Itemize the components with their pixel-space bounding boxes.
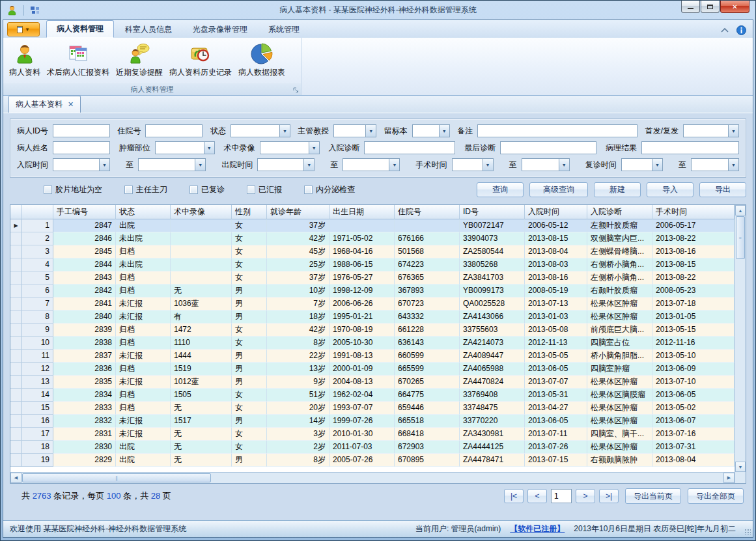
grid-cell[interactable]: 右颞叶胶质瘤 (587, 284, 652, 298)
combo-value[interactable] (53, 158, 99, 171)
grid-cell[interactable]: 2006-05-12 (525, 219, 587, 232)
grid-cell[interactable]: 1472 (171, 324, 232, 337)
grid-cell[interactable]: 未汇报 (116, 376, 171, 389)
grid-cell[interactable]: 松果体区肿瘤 (587, 415, 652, 428)
grid-cell[interactable]: 2840 (53, 311, 116, 324)
grid-column-header[interactable]: 住院号 (395, 205, 460, 219)
grid-cell[interactable]: 1519 (171, 363, 232, 376)
maximize-button[interactable] (701, 1, 720, 13)
checkbox-item-1[interactable]: 胶片地址为空 (44, 184, 102, 195)
grid-cell[interactable]: ZA4089447 (460, 350, 525, 363)
filter-combo[interactable]: ▼ (260, 141, 320, 154)
filter-input[interactable] (641, 141, 739, 154)
action-button-1[interactable]: 查询 (477, 182, 524, 197)
grid-cell[interactable]: 2013-05-02 (652, 402, 735, 415)
grid-cell[interactable]: 2829 (53, 454, 116, 467)
grid-cell[interactable]: 2013-06-05 (525, 415, 587, 428)
grid-cell[interactable]: 33748475 (460, 402, 525, 415)
combo-value[interactable] (343, 158, 389, 171)
grid-cell[interactable]: 2013-08-04 (525, 245, 587, 258)
chevron-down-icon[interactable]: ▼ (728, 124, 739, 137)
grid-cell[interactable]: 归档 (116, 245, 171, 258)
chevron-down-icon[interactable]: ▼ (365, 124, 376, 137)
filter-input[interactable] (500, 141, 596, 154)
grid-cell[interactable]: 2004-08-13 (329, 376, 395, 389)
table-row[interactable]: 92839归档1472女42岁1970-08-19661228337556032… (10, 324, 735, 337)
grid-cell[interactable]: 2013-05-05 (525, 350, 587, 363)
grid-cell[interactable]: 7岁 (267, 298, 329, 311)
grid-cell[interactable]: 女 (232, 245, 267, 258)
chevron-down-icon[interactable]: ▼ (204, 141, 215, 154)
table-row[interactable]: 22846未出院女42岁1971-05-02676166339040732013… (10, 232, 735, 245)
grid-cell[interactable] (329, 219, 395, 232)
grid-cell[interactable]: 男 (232, 284, 267, 298)
grid-cell[interactable]: 松果体区肿瘤 (587, 402, 652, 415)
ribbon-button-2[interactable]: 术后病人汇报资料 (44, 39, 113, 83)
grid-cell[interactable]: 670265 (395, 376, 460, 389)
grid-cell[interactable]: 归档 (116, 389, 171, 402)
grid-cell[interactable]: 2836 (53, 363, 116, 376)
grid-cell[interactable]: 2838 (53, 337, 116, 350)
grid-cell[interactable]: 8岁 (267, 454, 329, 467)
action-button-2[interactable]: 高级查询 (529, 182, 588, 197)
info-icon[interactable] (736, 25, 746, 35)
grid-cell[interactable]: 女 (232, 271, 267, 284)
table-row[interactable]: 52843归档女37岁1976-05-27676365ZA38417032013… (10, 271, 735, 284)
grid-cell[interactable]: 367893 (395, 284, 460, 298)
chevron-down-icon[interactable]: ▼ (303, 158, 315, 171)
grid-cell[interactable]: 2岁 (267, 441, 329, 454)
grid-cell[interactable]: 9岁 (267, 376, 329, 389)
grid-cell[interactable]: 2013-08-22 (652, 232, 735, 245)
grid-cell[interactable]: QA0025528 (460, 298, 525, 311)
grid-cell[interactable]: 未汇报 (116, 311, 171, 324)
ribbon-button-5[interactable]: 病人数据报表 (235, 39, 288, 83)
grid-cell[interactable]: 2005-07-26 (329, 454, 395, 467)
grid-cell[interactable]: 42岁 (267, 324, 329, 337)
chevron-down-icon[interactable]: ▼ (728, 158, 739, 171)
grid-cell[interactable]: 2012-11-16 (652, 337, 735, 350)
grid-cell[interactable]: 男 (232, 363, 267, 376)
grid-cell[interactable]: 松果体区肿瘤 (587, 441, 652, 454)
grid-cell[interactable]: 松果体区肿瘤 (587, 376, 652, 389)
action-button-3[interactable]: 新建 (594, 182, 641, 197)
grid-cell[interactable]: ZA2580544 (460, 245, 525, 258)
grid-cell[interactable]: 18岁 (267, 311, 329, 324)
grid-column-header[interactable]: 就诊年龄 (267, 205, 329, 219)
grid-cell[interactable]: 2005-10-30 (329, 337, 395, 350)
filter-input[interactable] (477, 124, 637, 137)
grid-cell[interactable]: 1517 (171, 415, 232, 428)
grid-cell[interactable]: 未出院 (116, 258, 171, 271)
grid-column-header[interactable]: 入院时间 (525, 205, 587, 219)
grid-cell[interactable]: 女 (232, 219, 267, 232)
grid-cell[interactable]: ZA4214073 (460, 337, 525, 350)
table-row[interactable]: 122836归档1519男13岁2000-01-09665599ZA406598… (10, 363, 735, 376)
grid-cell[interactable]: 女 (232, 402, 267, 415)
table-row[interactable]: 152833归档无女20岁1993-07-0765944633748475201… (10, 402, 735, 415)
grid-cell[interactable]: 出院 (116, 219, 171, 232)
ribbon-tab-3[interactable]: 光盘录像带管理 (183, 21, 257, 38)
grid-cell[interactable]: 男 (232, 454, 267, 467)
grid-cell[interactable]: 2013-07-13 (525, 298, 587, 311)
grid-column-header[interactable]: 状态 (116, 205, 171, 219)
grid-cell[interactable]: 女 (232, 258, 267, 271)
grid-cell[interactable]: 2830 (53, 441, 116, 454)
table-row[interactable]: 42844未出院女25岁1988-06-15674223338052682013… (10, 258, 735, 271)
checkbox-item-2[interactable]: 主任主刀 (124, 184, 167, 195)
filter-combo[interactable]: ▼ (257, 158, 315, 171)
grid-cell[interactable]: 1962-02-04 (329, 389, 395, 402)
grid-cell[interactable] (171, 258, 232, 271)
grid-cell[interactable]: 33769408 (460, 389, 525, 402)
combo-value[interactable] (683, 124, 728, 137)
grid-cell[interactable]: 674223 (395, 258, 460, 271)
grid-cell[interactable]: 665518 (395, 415, 460, 428)
grid-cell[interactable]: 2012-11-13 (525, 337, 587, 350)
chevron-down-icon[interactable]: ▼ (559, 158, 570, 171)
grid-cell[interactable]: 2013-05-10 (652, 350, 735, 363)
table-row[interactable]: 132835未汇报1012蓝男9岁2004-08-13670265ZA44708… (10, 376, 735, 389)
tab-close-icon[interactable]: ✕ (68, 100, 74, 109)
filter-input[interactable] (53, 124, 110, 137)
chevron-down-icon[interactable]: ▼ (195, 158, 206, 171)
page-next-button[interactable]: > (576, 489, 595, 503)
grid-cell[interactable]: 2013-07-10 (652, 376, 735, 389)
filter-combo[interactable]: ▼ (231, 124, 290, 137)
